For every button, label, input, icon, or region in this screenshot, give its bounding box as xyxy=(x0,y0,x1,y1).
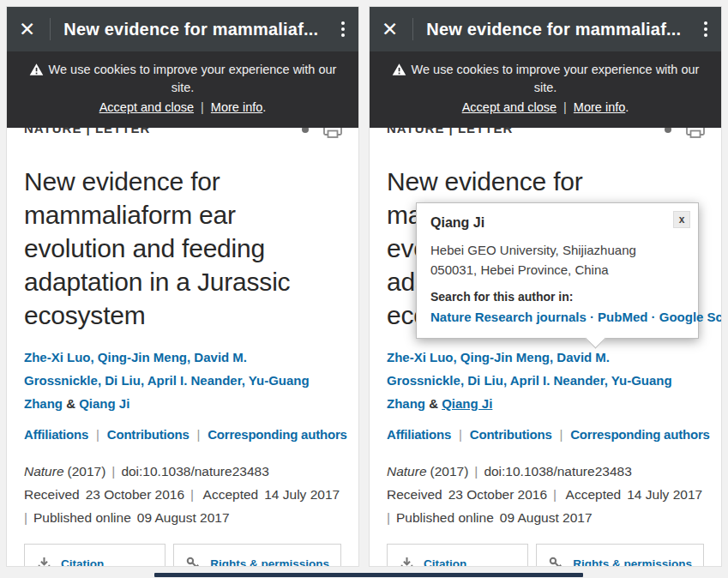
app-bar: ✕ New evidence for mammaliaf... xyxy=(7,7,358,51)
close-icon[interactable]: ✕ xyxy=(19,20,35,39)
popup-close-button[interactable]: x xyxy=(673,211,690,228)
share-icon[interactable] xyxy=(665,128,671,133)
journal-section-label: NATURE | LETTER xyxy=(24,128,150,135)
ampersand: & xyxy=(425,396,442,411)
corresponding-authors-link[interactable]: Corresponding authors xyxy=(208,427,346,442)
citation-button[interactable]: Citation xyxy=(24,544,165,566)
warning-icon xyxy=(392,63,406,76)
close-icon[interactable]: ✕ xyxy=(382,20,398,39)
action-buttons: Citation Rights & permissions xyxy=(387,544,704,566)
more-info-link[interactable]: More info xyxy=(574,100,625,114)
rights-permissions-button[interactable]: Rights & permissions xyxy=(173,544,341,566)
google-scholar-link[interactable]: Google Scholar xyxy=(659,310,721,324)
screenshot-stage: ✕ New evidence for mammaliaf... We use c… xyxy=(0,0,728,578)
popup-search-prompt: Search for this author in: xyxy=(430,289,684,304)
article-content: New evidence for mammaliaform ear evolut… xyxy=(7,165,358,566)
cookie-banner: We use cookies to improve your experienc… xyxy=(370,51,721,128)
key-icon xyxy=(185,556,202,567)
rights-permissions-button[interactable]: Rights & permissions xyxy=(536,544,704,566)
masthead-strip-clipped: NATURE | LETTER xyxy=(385,128,706,139)
author-list: Zhe-Xi Luo, Qing-Jin Meng, David M. Gros… xyxy=(387,346,704,415)
cookie-message: We use cookies to improve your experienc… xyxy=(19,61,346,97)
author-link[interactable]: Di Liu xyxy=(467,373,503,388)
cookie-separator: | xyxy=(201,100,204,114)
panel-left: ✕ New evidence for mammaliaf... We use c… xyxy=(7,7,358,566)
journal-name: Nature xyxy=(387,464,427,479)
ampersand: & xyxy=(63,396,79,411)
author-link[interactable]: April I. Neander xyxy=(147,373,242,388)
doi: doi:10.1038/nature23483 xyxy=(484,464,631,479)
doi: doi:10.1038/nature23483 xyxy=(121,464,268,479)
author-link[interactable]: Qing-Jin Meng xyxy=(98,350,187,364)
popup-affiliation: Hebei GEO University, Shijiazhuang 05003… xyxy=(430,240,684,280)
journal-citation-line: Nature(2017)|doi:10.1038/nature23483 xyxy=(24,461,341,483)
appbar-divider xyxy=(50,18,51,40)
accept-cookies-link[interactable]: Accept and close xyxy=(462,100,557,114)
affiliations-link[interactable]: Affiliations xyxy=(387,427,451,442)
popup-author-name: Qiang Ji xyxy=(430,214,684,232)
cookie-separator: | xyxy=(563,100,567,114)
author-link[interactable]: Qing-Jin Meng xyxy=(460,350,550,364)
share-icon[interactable] xyxy=(302,128,309,133)
corresponding-authors-link[interactable]: Corresponding authors xyxy=(570,427,709,442)
nature-research-journals-link[interactable]: Nature Research journals xyxy=(430,310,587,324)
author-link[interactable]: Di Liu xyxy=(105,373,141,388)
window-title: New evidence for mammaliaf... xyxy=(426,20,702,39)
popup-search-links: Nature Research journals · PubMed · Goog… xyxy=(430,306,684,328)
cookie-period: . xyxy=(625,100,629,114)
print-icon[interactable] xyxy=(322,128,343,138)
print-icon[interactable] xyxy=(685,128,706,138)
journal-section-label: NATURE | LETTER xyxy=(387,128,513,135)
bottom-accent-bar xyxy=(154,573,583,577)
more-info-link[interactable]: More info xyxy=(211,100,262,114)
warning-icon xyxy=(29,63,44,76)
accept-cookies-link[interactable]: Accept and close xyxy=(99,100,194,114)
pubmed-link[interactable]: PubMed xyxy=(598,310,647,324)
author-link[interactable]: April I. Neander xyxy=(510,373,605,388)
author-link-active[interactable]: Qiang Ji xyxy=(442,396,492,411)
journal-name: Nature xyxy=(24,464,64,479)
author-link[interactable]: Zhe-Xi Luo xyxy=(24,350,91,364)
contributions-link[interactable]: Contributions xyxy=(107,427,190,442)
window-title: New evidence for mammaliaf... xyxy=(63,20,340,39)
app-bar: ✕ New evidence for mammaliaf... xyxy=(370,7,721,51)
overflow-menu-icon[interactable] xyxy=(340,18,346,40)
download-icon xyxy=(399,556,415,567)
author-list: Zhe-Xi Luo, Qing-Jin Meng, David M. Gros… xyxy=(24,346,341,415)
author-popup: x Qiang Ji Hebei GEO University, Shijiaz… xyxy=(416,202,699,339)
cookie-banner: We use cookies to improve your experienc… xyxy=(7,51,358,128)
contributions-link[interactable]: Contributions xyxy=(470,427,552,442)
article-nav-links: Affiliations|Contributions|Corresponding… xyxy=(24,427,341,442)
article-nav-links: Affiliations|Contributions|Corresponding… xyxy=(387,427,704,442)
action-buttons: Citation Rights & permissions xyxy=(24,544,341,566)
journal-citation-line: Nature(2017)|doi:10.1038/nature23483 xyxy=(387,461,704,483)
key-icon xyxy=(548,556,564,567)
appbar-divider xyxy=(412,18,413,40)
affiliations-link[interactable]: Affiliations xyxy=(24,427,88,442)
citation-button[interactable]: Citation xyxy=(387,544,528,566)
overflow-menu-icon[interactable] xyxy=(702,18,709,40)
author-link[interactable]: Zhe-Xi Luo xyxy=(387,350,454,364)
cookie-period: . xyxy=(262,100,266,114)
cookie-message: We use cookies to improve your experienc… xyxy=(382,61,709,97)
panel-right: ✕ New evidence for mammaliaf... We use c… xyxy=(370,7,721,566)
article-dates: Received23 October 2016| Accepted14 July… xyxy=(387,484,704,529)
article-dates: Received23 October 2016| Accepted14 July… xyxy=(24,484,341,529)
masthead-strip-clipped: NATURE | LETTER xyxy=(22,128,343,139)
article-title: New evidence for mammaliaform ear evolut… xyxy=(24,165,341,332)
download-icon xyxy=(36,556,52,567)
author-link[interactable]: Qiang Ji xyxy=(79,396,129,411)
